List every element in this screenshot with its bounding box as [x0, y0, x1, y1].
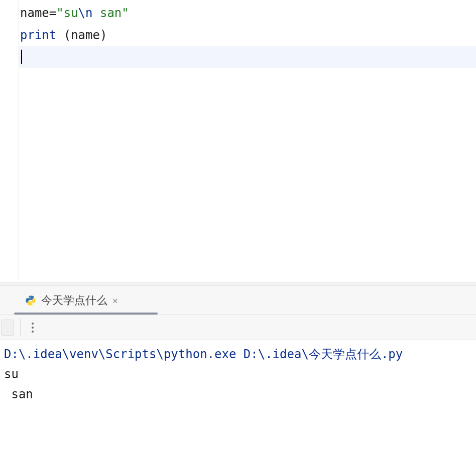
escape-newline: \n — [78, 6, 93, 20]
builtin-print: print — [20, 28, 56, 42]
string-quote-close: " — [122, 6, 129, 20]
pane-divider[interactable] — [0, 282, 476, 286]
toolbar-handle[interactable] — [1, 320, 14, 336]
editor-code-area[interactable]: name="su\n san" print (name) — [19, 0, 476, 282]
text-caret — [21, 50, 22, 64]
python-file-icon — [25, 295, 36, 306]
argument-name: name — [71, 28, 100, 42]
paren-close: ) — [100, 28, 107, 42]
run-tab-label: 今天学点什么 — [41, 293, 107, 308]
run-tab-bar: 今天学点什么 ✕ — [0, 286, 476, 315]
console-toolbar — [0, 315, 476, 340]
toolbar-divider — [20, 319, 21, 337]
code-line-2[interactable]: print (name) — [19, 24, 476, 46]
code-line-3-active[interactable] — [19, 46, 476, 68]
paren-open: ( — [64, 28, 71, 42]
console-command-filename-cjk: 今天学点什么 — [309, 347, 381, 361]
console-command-suffix: .py — [381, 347, 403, 361]
tab-active-underline — [14, 313, 158, 315]
string-quote-open: " — [56, 6, 63, 20]
close-icon[interactable]: ✕ — [112, 295, 118, 306]
console-output-line-1: su — [4, 364, 472, 384]
identifier: name — [20, 6, 49, 20]
run-tab[interactable]: 今天学点什么 ✕ — [22, 290, 121, 311]
console-output[interactable]: D:\.idea\venv\Scripts\python.exe D:\.ide… — [0, 340, 476, 404]
console-command-prefix: D:\.idea\venv\Scripts\python.exe D:\.ide… — [4, 347, 309, 361]
editor-pane[interactable]: name="su\n san" print (name) — [0, 0, 476, 282]
string-part-1: su — [64, 6, 78, 20]
console-output-line-2: san — [4, 384, 472, 404]
console-command-line: D:\.idea\venv\Scripts\python.exe D:\.ide… — [4, 344, 472, 364]
code-line-1[interactable]: name="su\n san" — [19, 2, 476, 24]
operator-equals: = — [49, 6, 56, 20]
more-actions-icon[interactable] — [27, 322, 39, 334]
editor-gutter — [0, 0, 19, 282]
space — [56, 28, 63, 42]
string-part-2: san — [93, 6, 122, 20]
